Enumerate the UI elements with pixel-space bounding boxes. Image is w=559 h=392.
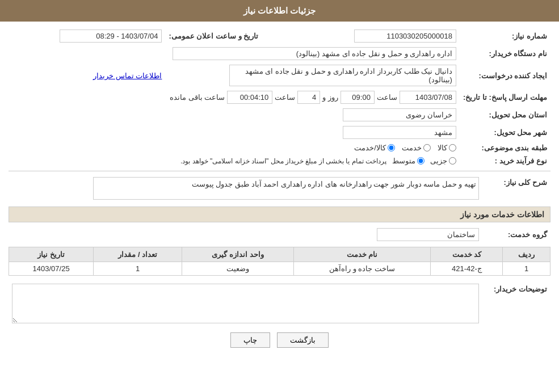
hour-label: ساعت [275,93,295,102]
purchase-type-label: نوع فرآیند خرید : [460,154,550,167]
buyer-notes-label: توضیحات خریدار: [482,281,550,326]
deadline-timeleft: 00:04:10 [227,91,272,104]
city-label: شهر محل تحویل: [460,124,550,141]
col-code: کد خدمت [431,247,503,262]
service-table: ردیف کد خدمت نام خدمت واحد اندازه گیری ت… [9,247,550,276]
back-button[interactable]: بازگشت [277,332,329,348]
buyer-org-value: اداره راهداری و حمل و نقل جاده ای مشهد (… [9,45,460,62]
request-number-label: شماره نیاز: [460,27,550,45]
days-label: روز و [322,93,338,102]
category-label: طبقه بندی موضوعی: [460,141,550,154]
description-value: تهیه و حمل ماسه دوبار شور جهت راهدارخانه… [9,175,482,202]
announcement-date-value: 1403/07/04 - 08:29 [9,27,165,45]
purchase-type-note: پرداخت تمام یا بخشی از مبلغ خریداز محل "… [180,157,386,165]
col-date: تاریخ نیاز [9,247,94,262]
page-header: جزئیات اطلاعات نیاز [0,0,559,22]
creator-value: دانیال نیک طلب کاربرداز اداره راهداری و … [165,62,459,88]
category-kala[interactable]: کالا [438,144,456,152]
service-group-label: گروه خدمت: [482,226,550,243]
category-khedmat[interactable]: خدمت [402,144,431,152]
service-group-value: ساختمان [9,226,482,243]
page-title: جزئیات اطلاعات نیاز [243,6,316,15]
col-qty: تعداد / مقدار [94,247,182,262]
city-value: مشهد [343,126,456,139]
table-row: 1ج-42-421ساخت جاده و راه‌آهنوضعیت11403/0… [9,262,550,276]
buyer-notes-area[interactable] [9,281,482,326]
deadline-days: 4 [297,91,320,104]
print-button[interactable]: چاپ [230,332,270,348]
deadline-date: 1403/07/08 [400,91,456,104]
province-value: خراسان رضوی [343,108,456,121]
contact-link-cell[interactable]: اطلاعات تماس خریدار [9,62,165,88]
description-label: شرح کلی نیاز: [482,175,550,202]
buyer-org-label: نام دستگاه خریدار: [460,45,550,62]
deadline-label: مهلت ارسال پاسخ: تا تاریخ: [460,88,550,106]
province-label: استان محل تحویل: [460,106,550,124]
category-kala-khedmat[interactable]: کالا/خدمت [354,144,395,152]
request-number-value: 1103030205000018 [262,27,460,45]
purchase-motavasset[interactable]: متوسط [392,157,424,165]
col-unit: واحد اندازه گیری [182,247,294,262]
services-section-header: اطلاعات خدمات مورد نیاز [9,206,550,222]
deadline-time: 09:00 [341,91,375,104]
time-label: ساعت [377,93,397,102]
creator-label: ایجاد کننده درخواست: [460,62,550,88]
col-row: ردیف [503,247,550,262]
col-name: نام خدمت [293,247,430,262]
remaining-label: ساعت باقی مانده [170,93,225,102]
announcement-date-label: تاریخ و ساعت اعلان عمومی: [165,27,262,45]
contact-link[interactable]: اطلاعات تماس خریدار [93,71,162,80]
buyer-notes-textarea[interactable] [12,284,479,323]
purchase-jozi[interactable]: جزیی [430,157,456,165]
